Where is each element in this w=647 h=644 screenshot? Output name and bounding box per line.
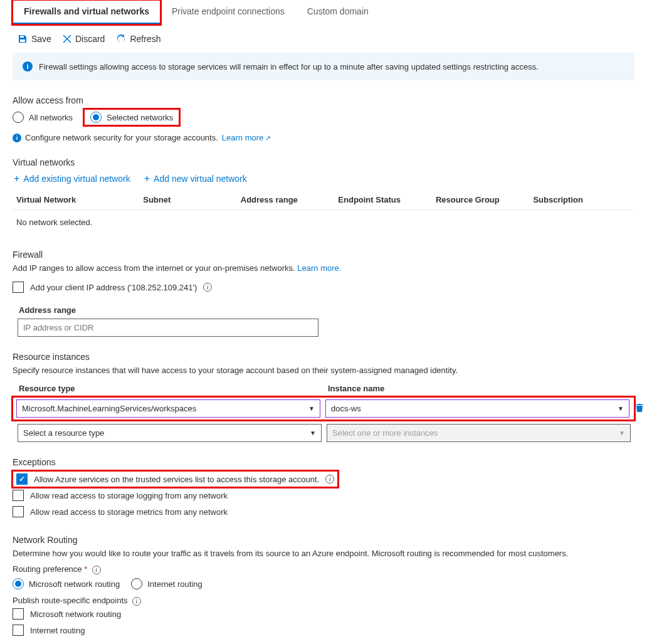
chevron-down-icon: ▼ (619, 430, 625, 436)
publish-ms-routing-label: Microsoft network routing (30, 610, 121, 619)
trusted-services-label: Allow Azure services on the trusted serv… (34, 475, 319, 484)
exceptions-section: Exceptions Allow Azure services on the t… (13, 457, 634, 520)
delete-row-button[interactable] (634, 403, 647, 414)
resource-instances-title: Resource instances (13, 352, 634, 362)
firewall-learn-more-link[interactable]: Learn more. (297, 263, 341, 273)
save-icon (18, 34, 28, 44)
learn-more-link[interactable]: Learn more (222, 133, 271, 142)
network-routing-section: Network Routing Determine how you would … (13, 535, 634, 638)
address-range-input[interactable] (18, 319, 318, 337)
add-client-ip-checkbox[interactable] (13, 282, 24, 293)
firewall-section: Firewall Add IP ranges to allow access f… (13, 250, 634, 337)
tabs: Firewalls and virtual networks Private e… (13, 0, 634, 25)
info-icon[interactable]: i (132, 597, 141, 606)
allow-access-section: Allow access from All networks Selected … (13, 95, 634, 142)
address-range-label: Address range (19, 305, 634, 315)
info-icon: i (23, 61, 33, 71)
resource-type-select[interactable]: Microsoft.MachineLearningServices/worksp… (16, 399, 320, 418)
firewall-helper: Add IP ranges to allow access from the i… (13, 263, 295, 273)
publish-endpoints-label: Publish route-specific endpoints (13, 596, 128, 605)
storage-metrics-checkbox[interactable] (13, 506, 24, 517)
config-text: Configure network security for your stor… (25, 133, 218, 142)
tab-custom-domain[interactable]: Custom domain (296, 0, 380, 24)
resource-type-select-empty[interactable]: Select a resource type▼ (18, 424, 322, 442)
add-client-ip-label: Add your client IP address ('108.252.109… (30, 283, 197, 292)
instance-name-select[interactable]: docs-ws▼ (325, 399, 629, 418)
radio-ms-routing[interactable]: Microsoft network routing (13, 578, 120, 589)
instance-name-select-disabled: Select one or more instances▼ (327, 424, 631, 442)
network-routing-helper: Determine how you would like to route yo… (13, 549, 634, 558)
info-icon[interactable]: i (203, 283, 212, 292)
toolbar: Save Discard Refresh (13, 25, 634, 50)
vnet-empty-text: No network selected. (13, 210, 634, 235)
storage-logging-checkbox[interactable] (13, 490, 24, 501)
radio-selected-networks[interactable]: Selected networks (84, 109, 179, 125)
refresh-icon (116, 34, 126, 44)
add-new-vnet-button[interactable]: +Add new virtual network (143, 171, 248, 186)
add-existing-vnet-button[interactable]: +Add existing virtual network (13, 171, 132, 186)
chevron-down-icon: ▼ (618, 405, 624, 412)
radio-internet-routing[interactable]: Internet routing (131, 578, 202, 589)
vnet-section: Virtual networks +Add existing virtual n… (13, 157, 634, 235)
vnet-table-header: Virtual Network Subnet Address range End… (13, 190, 634, 210)
trusted-services-checkbox[interactable] (16, 473, 28, 485)
save-button[interactable]: Save (18, 34, 51, 44)
col-resource-type: Resource type (18, 381, 322, 396)
col-instance-name: Instance name (327, 381, 631, 396)
info-icon: i (13, 134, 21, 142)
radio-all-networks[interactable]: All networks (13, 112, 73, 123)
radio-icon (131, 578, 142, 589)
radio-icon (13, 578, 24, 589)
exceptions-title: Exceptions (13, 457, 634, 467)
close-icon (63, 34, 71, 43)
info-banner-text: Firewall settings allowing access to sto… (39, 62, 539, 71)
network-routing-title: Network Routing (13, 535, 634, 545)
vnet-title: Virtual networks (13, 157, 634, 167)
publish-ms-routing-checkbox[interactable] (13, 608, 24, 620)
resource-instances-section: Resource instances Specify resource inst… (13, 352, 634, 442)
allow-access-title: Allow access from (13, 95, 634, 105)
plus-icon: + (14, 174, 19, 184)
discard-button[interactable]: Discard (63, 34, 105, 44)
routing-preference-label: Routing preference (13, 564, 82, 574)
refresh-button[interactable]: Refresh (116, 34, 160, 44)
resource-instances-helper: Specify resource instances that will hav… (13, 366, 634, 375)
firewall-title: Firewall (13, 250, 634, 260)
trash-icon (634, 403, 644, 413)
publish-internet-routing-label: Internet routing (30, 626, 85, 635)
tab-firewalls[interactable]: Firewalls and virtual networks (13, 0, 160, 24)
storage-logging-label: Allow read access to storage logging fro… (30, 491, 228, 500)
storage-metrics-label: Allow read access to storage metrics fro… (30, 507, 228, 517)
chevron-down-icon: ▼ (308, 405, 315, 412)
info-icon[interactable]: i (92, 566, 101, 574)
info-banner: i Firewall settings allowing access to s… (13, 53, 634, 80)
chevron-down-icon: ▼ (310, 430, 316, 436)
required-marker: * (84, 564, 87, 574)
radio-icon (90, 112, 102, 123)
plus-icon: + (144, 174, 150, 184)
tab-endpoints[interactable]: Private endpoint connections (160, 0, 296, 24)
info-icon[interactable]: i (325, 475, 334, 483)
radio-icon (13, 112, 24, 123)
publish-internet-routing-checkbox[interactable] (13, 625, 24, 636)
